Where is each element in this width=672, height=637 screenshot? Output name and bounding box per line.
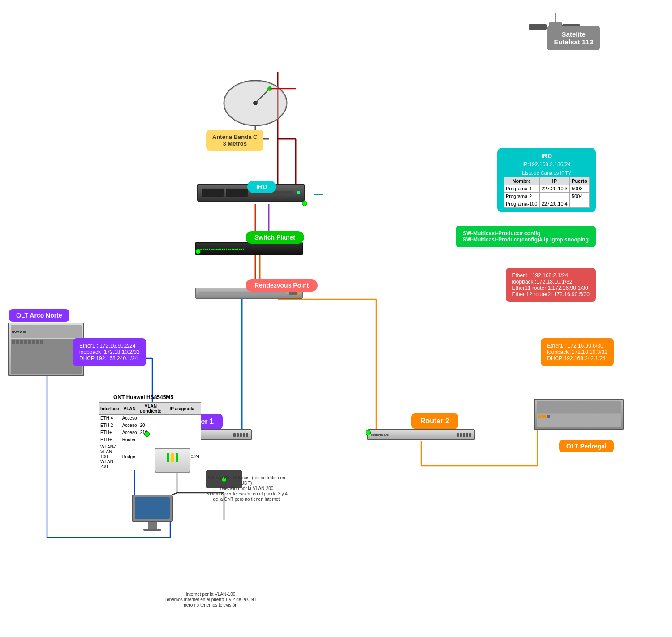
svg-rect-43: [135, 497, 170, 519]
router2-label: Router 2: [411, 413, 458, 429]
ont-device: [155, 448, 190, 473]
router1-green-dot: [144, 431, 150, 437]
router2-info: Ether1 : 172.16.90.6/30 loopback :172.18…: [541, 338, 614, 366]
rp-label: Rendezvous Point: [246, 279, 318, 292]
olt-norte-label: OLT Arco Norte: [9, 309, 69, 322]
svg-rect-45: [143, 529, 161, 531]
ird-label: IRD: [247, 181, 276, 193]
svg-rect-44: [148, 522, 157, 529]
ird-table: Nombre IP Puerto Programa-1 227.20.10.3 …: [504, 177, 590, 208]
svg-rect-29: [529, 24, 547, 30]
olt-pedregal-device: [534, 399, 624, 430]
ird-green-dot: [302, 201, 307, 206]
config-box: SW-Multicast-Producc# config SW-Multicas…: [456, 226, 596, 247]
diagram: Satelite Eutelsat 113 Antena Banda C 3 M…: [0, 0, 672, 637]
internet-text: Internet por la VLAN-100 Tenemos Interne…: [161, 591, 260, 607]
stb-text: Set Top Box Multicast (recibe tráfico en…: [202, 475, 291, 502]
antenna-label: Antena Banda C 3 Metros: [206, 130, 263, 151]
router2-device: routerboard: [367, 429, 475, 440]
switch-device: ●●●●●●●●●●●●●●●●●●●●●●●●: [195, 242, 303, 255]
rp-info-box: Ether1 : 192.168.2.1/24 loopback :172.18…: [506, 268, 596, 302]
olt-pedregal-label: OLT Pedregal: [559, 440, 614, 452]
switch-green-dot: [195, 249, 201, 254]
connection-lines: [0, 0, 672, 637]
switch-label: Switch Planet: [246, 231, 304, 244]
ird-info-box: IRD IP:192.168.2.136/24 Lista de Canales…: [497, 148, 596, 212]
router2-green-dot: [366, 430, 371, 435]
router1-info: Ether1 : 172.16.90.2/24 loopback :172.18…: [73, 338, 146, 366]
computer-icon: [128, 493, 177, 538]
satellite-label: Satelite Eutelsat 113: [547, 26, 600, 50]
